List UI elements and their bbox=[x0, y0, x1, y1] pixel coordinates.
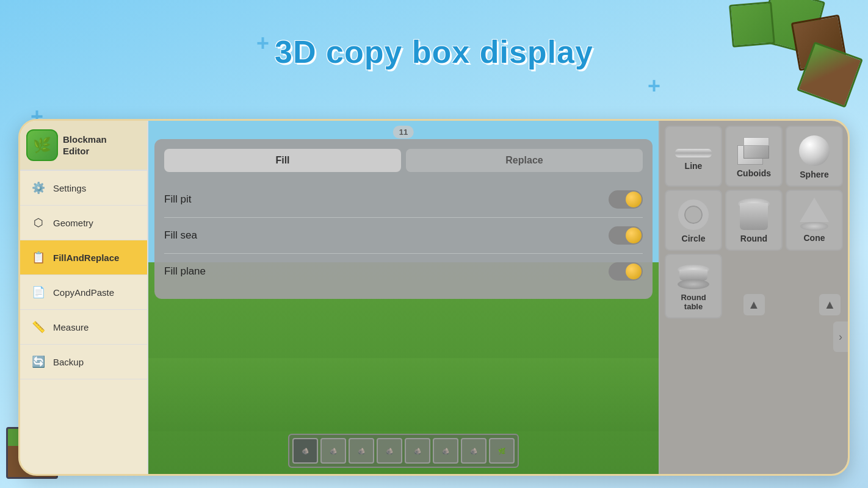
deco-block-3 bbox=[729, 1, 775, 48]
geo-nav-up[interactable]: ▲ bbox=[743, 294, 765, 315]
sidebar-label-copyandpaste: CopyAndPaste bbox=[53, 287, 114, 298]
toggle-knob-fill-pit bbox=[626, 192, 642, 207]
plus-sign-2: + bbox=[648, 73, 660, 99]
geo-nav-arrows-2: ▲ bbox=[786, 254, 843, 318]
sidebar-item-geometry[interactable]: ⬡ Geometry bbox=[20, 206, 147, 240]
sidebar-item-measure[interactable]: 📏 Measure bbox=[20, 310, 147, 345]
shape-button-cone[interactable]: Cone bbox=[786, 190, 843, 251]
sidebar-label-fillandreplace: FillAndReplace bbox=[53, 253, 119, 263]
shape-label-roundtable: Round table bbox=[681, 293, 706, 311]
fill-icon: 📋 bbox=[30, 249, 47, 266]
fill-plane-label: Fill plane bbox=[164, 265, 206, 278]
roundtable-shape-icon bbox=[678, 265, 709, 289]
shape-label-round: Round bbox=[740, 234, 767, 243]
inventory-bar: 🪨 🪨 🪨 🪨 🪨 🪨 🪨 🌿 bbox=[288, 434, 519, 468]
sidebar-item-backup[interactable]: 🔄 Backup bbox=[20, 345, 147, 379]
inventory-slot-1[interactable]: 🪨 bbox=[292, 438, 318, 464]
geometry-icon: ⬡ bbox=[30, 214, 47, 231]
sidebar-item-settings[interactable]: ⚙️ Settings bbox=[20, 171, 147, 206]
fill-pit-label: Fill pit bbox=[164, 193, 191, 206]
inventory-slot-2[interactable]: 🪨 bbox=[320, 438, 346, 464]
cone-shape-icon bbox=[798, 198, 830, 229]
shape-button-cuboids[interactable]: Cuboids bbox=[725, 126, 783, 187]
geometry-panel: Line Cuboids Sphere Circle bbox=[659, 121, 848, 474]
shape-label-sphere: Sphere bbox=[800, 170, 828, 179]
shape-button-roundtable[interactable]: Round table bbox=[665, 254, 722, 318]
toggle-row-fill-sea: Fill sea bbox=[164, 218, 643, 254]
shape-button-circle[interactable]: Circle bbox=[665, 190, 722, 251]
inventory-slot-5[interactable]: 🪨 bbox=[405, 438, 430, 464]
sidebar-item-fillandreplace[interactable]: 📋 FillAndReplace bbox=[20, 240, 147, 275]
tab-fill[interactable]: Fill bbox=[164, 149, 401, 172]
tab-bar: Fill Replace bbox=[164, 149, 643, 172]
sidebar-label-geometry: Geometry bbox=[53, 218, 93, 228]
sidebar-label-settings: Settings bbox=[53, 183, 86, 193]
main-card: 🌿 BlockmanEditor ⚙️ Settings ⬡ Geometry … bbox=[18, 119, 850, 476]
game-view: 11 Fill Replace Fill pit Fill sea bbox=[148, 121, 659, 474]
app-name: BlockmanEditor bbox=[63, 134, 107, 157]
sidebar-label-measure: Measure bbox=[53, 322, 89, 332]
fill-panel: Fill Replace Fill pit Fill sea Fill plan… bbox=[154, 139, 653, 299]
toggle-knob-fill-plane bbox=[626, 264, 642, 279]
toggle-fill-pit[interactable] bbox=[609, 190, 643, 209]
app-icon: 🌿 bbox=[26, 129, 58, 161]
shape-button-round[interactable]: Round bbox=[725, 190, 783, 251]
cylinder-shape-icon bbox=[738, 198, 770, 230]
sidebar-item-copyandpaste[interactable]: 📄 CopyAndPaste bbox=[20, 275, 147, 310]
settings-icon: ⚙️ bbox=[30, 179, 47, 196]
terrain-blocks bbox=[148, 358, 659, 431]
shape-label-cuboids: Cuboids bbox=[737, 168, 771, 178]
geo-nav-arrows: ▲ bbox=[725, 254, 783, 318]
inventory-slot-7[interactable]: 🪨 bbox=[461, 438, 486, 464]
copy-icon: 📄 bbox=[30, 284, 47, 301]
fill-sea-label: Fill sea bbox=[164, 229, 197, 242]
cuboid-shape-icon bbox=[737, 137, 771, 165]
toggle-fill-plane[interactable] bbox=[609, 262, 643, 281]
deco-block-4 bbox=[797, 41, 863, 108]
shape-label-circle: Circle bbox=[682, 234, 706, 243]
app-header: 🌿 BlockmanEditor bbox=[20, 121, 147, 171]
shape-button-line[interactable]: Line bbox=[665, 126, 722, 187]
inventory-slot-4[interactable]: 🪨 bbox=[377, 438, 402, 464]
toggle-knob-fill-sea bbox=[626, 228, 642, 243]
counter-badge: 11 bbox=[393, 126, 414, 138]
sidebar-nav-arrow[interactable]: › bbox=[833, 321, 848, 352]
inventory-slot-8[interactable]: 🌿 bbox=[489, 438, 515, 464]
toggle-row-fill-pit: Fill pit bbox=[164, 182, 643, 218]
tab-replace[interactable]: Replace bbox=[406, 149, 643, 172]
sidebar: 🌿 BlockmanEditor ⚙️ Settings ⬡ Geometry … bbox=[20, 121, 148, 474]
shape-label-line: Line bbox=[685, 161, 703, 171]
sidebar-label-backup: Backup bbox=[53, 357, 84, 367]
toggle-fill-sea[interactable] bbox=[609, 226, 643, 245]
plus-sign-1: + bbox=[256, 30, 269, 56]
deco-block-1 bbox=[758, 0, 825, 55]
measure-icon: 📏 bbox=[30, 318, 47, 336]
circle-shape-icon bbox=[678, 199, 709, 230]
sphere-shape-icon bbox=[799, 135, 830, 166]
geo-nav-right[interactable]: ▲ bbox=[819, 294, 841, 315]
inventory-slot-6[interactable]: 🪨 bbox=[433, 438, 458, 464]
inventory-slot-3[interactable]: 🪨 bbox=[349, 438, 374, 464]
deco-block-2 bbox=[791, 15, 848, 71]
backup-icon: 🔄 bbox=[30, 353, 47, 370]
line-shape-icon bbox=[675, 149, 712, 157]
toggle-row-fill-plane: Fill plane bbox=[164, 254, 643, 289]
page-title: 3D copy box display bbox=[275, 34, 593, 70]
shape-label-cone: Cone bbox=[804, 233, 825, 243]
shape-button-sphere[interactable]: Sphere bbox=[786, 126, 843, 187]
